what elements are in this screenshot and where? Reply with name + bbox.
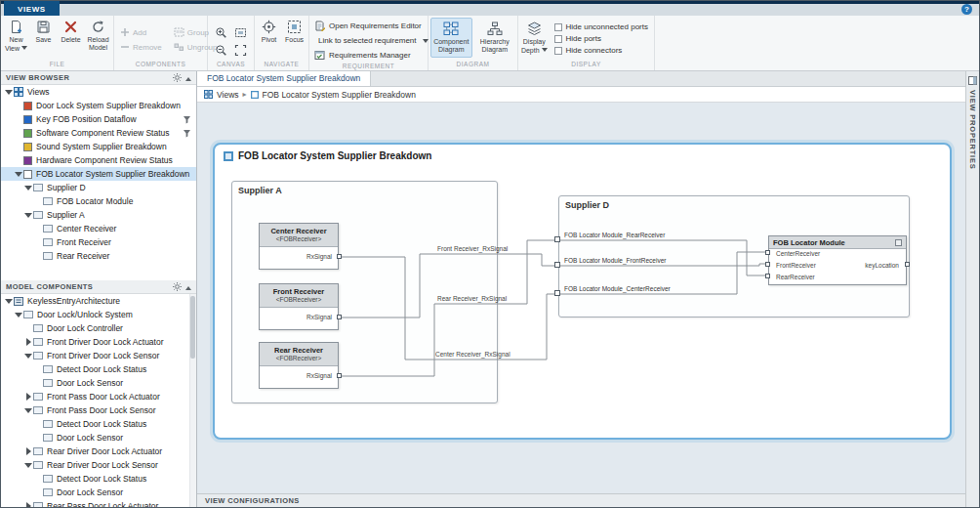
tree-item-rear-receiver[interactable]: Rear Receiver [1,249,196,263]
scrollbar[interactable] [189,294,196,507]
window-top-strip [1,1,979,4]
tree-item-component[interactable]: Detect Door Lock Status [1,472,196,486]
twisty-icon[interactable] [4,295,14,308]
model-components-header: MODEL COMPONENTS [1,280,196,294]
gear-icon[interactable] [173,282,182,291]
tree-item-views-root[interactable]: Views [1,85,196,99]
tree-item-architecture-root[interactable]: KeylessEntryArchitecture [1,294,196,308]
fit-to-view-button[interactable] [231,43,249,58]
tree-item-component[interactable]: Door Lock/Unlock System [1,308,196,321]
input-port[interactable] [765,274,770,278]
view-configurations-bar[interactable]: VIEW CONFIGURATIONS [197,493,965,507]
tree-item-component[interactable]: Detect Door Lock Status [1,362,196,376]
twisty-icon[interactable] [23,350,33,362]
diagram-canvas[interactable]: FOB Locator System Supplier Breakdown Su… [197,103,965,493]
view-properties-strip[interactable]: VIEW PROPERTIES [965,71,979,507]
twisty-icon[interactable] [23,502,33,507]
tree-item-component[interactable]: Door Lock Sensor [1,486,196,499]
hide-ports-checkbox[interactable] [554,35,562,43]
twisty-icon[interactable] [14,168,23,181]
add-component-button[interactable]: Add [120,27,162,37]
tree-item-view[interactable]: Software Component Review Status [1,126,196,140]
view-color-icon [23,143,32,151]
twisty-icon[interactable] [23,209,33,222]
input-port[interactable] [765,250,770,255]
tree-item-supplier-a[interactable]: Supplier A [1,208,196,222]
tree-item-component[interactable]: Front Pass Door Lock Sensor [1,403,196,417]
hierarchy-diagram-button[interactable]: Hierarchy Diagram [474,18,515,58]
hide-connectors-checkbox[interactable] [554,47,562,55]
twisty-icon[interactable] [14,309,23,321]
twisty-icon[interactable] [23,338,33,346]
link-to-selected-requirement-button[interactable]: Link to selected requirement [311,33,426,47]
tree-item-component[interactable]: Rear Driver Door Lock Actuator [1,444,196,458]
focus-button[interactable]: Focus [282,16,306,60]
zoom-in-button[interactable] [212,25,229,40]
tree-item-component[interactable]: Front Driver Door Lock Sensor [1,349,196,362]
open-requirements-editor-button[interactable]: Open Requirements Editor [311,19,426,32]
tree-item-view[interactable]: Key FOB Position Dataflow [1,112,196,126]
collapse-panel-icon[interactable] [185,74,191,81]
rear-receiver-component[interactable]: Rear Receiver <FOBReceiver> RxSignal [259,342,339,389]
tree-item-view[interactable]: Door Lock System Supplier Breakdown [1,99,196,112]
output-port[interactable] [905,262,910,267]
twisty-icon[interactable] [23,404,33,417]
front-receiver-component[interactable]: Front Receiver <FOBReceiver> RxSignal [259,283,339,330]
tree-item-component[interactable]: Rear Pass Door Lock Actuator [1,499,196,507]
tree-item-component[interactable]: Door Lock Sensor [1,431,196,444]
tree-item-view-selected[interactable]: FOB Locator System Supplier Breakdown [1,167,196,181]
tree-item-front-receiver[interactable]: Front Receiver [1,235,196,249]
new-view-button[interactable]: New View [3,16,29,60]
save-button[interactable]: Save [30,16,57,60]
edge-port[interactable] [554,236,560,242]
twisty-icon[interactable] [23,182,33,194]
delete-button[interactable]: Delete [58,16,84,60]
twisty-icon[interactable] [4,86,14,99]
view-container[interactable]: FOB Locator System Supplier Breakdown Su… [213,143,952,440]
filter-icon[interactable] [183,129,191,138]
requirements-manager-button[interactable]: Requirements Manager [311,48,426,62]
zoom-fit-selection-button[interactable] [231,25,249,40]
output-port[interactable] [337,315,342,319]
collapse-panel-icon[interactable] [185,283,191,290]
tree-item-supplier-d[interactable]: Supplier D [1,181,196,194]
edge-port[interactable] [554,290,560,296]
requirements-manager-icon [314,50,325,61]
remove-component-button[interactable]: Remove [120,42,162,52]
tree-item-view[interactable]: Sound System Supplier Breakdown [1,140,196,153]
fob-locator-module-component[interactable]: FOB Locator Module CenterReceiver FrontR… [768,235,907,285]
breadcrumb-root[interactable]: Views [217,90,239,100]
tree-item-center-receiver[interactable]: Center Receiver [1,222,196,235]
output-port[interactable] [337,373,342,378]
scrollbar-thumb[interactable] [190,296,195,359]
tree-item-view[interactable]: Hardware Component Review Status [1,153,196,167]
gear-icon[interactable] [173,73,182,82]
document-tab[interactable]: FOB Locator System Supplier Breakdown [197,71,371,86]
twisty-icon[interactable] [23,459,33,472]
tree-item-component[interactable]: Door Lock Controller [1,321,196,335]
output-port[interactable] [337,254,342,259]
twisty-icon[interactable] [23,447,33,455]
tree-item-component[interactable]: Rear Driver Door Lock Sensor [1,458,196,472]
toolstrip-tab-views[interactable]: VIEWS [4,1,60,16]
filter-icon[interactable] [183,115,191,124]
reload-model-button[interactable]: Reload Model [85,16,111,60]
breadcrumb-separator-icon: ▸ [243,90,247,99]
zoom-out-button[interactable] [212,43,229,58]
input-port[interactable] [765,262,770,267]
center-receiver-component[interactable]: Center Receiver <FOBReceiver> RxSignal [259,223,339,270]
twisty-icon[interactable] [23,393,33,401]
display-depth-button[interactable]: Display Depth [520,18,549,58]
edge-port[interactable] [554,262,560,268]
breadcrumb-current[interactable]: FOB Locator System Supplier Breakdown [263,90,416,100]
tree-item-component[interactable]: Front Driver Door Lock Actuator [1,335,196,349]
component-diagram-button[interactable]: Component Diagram [430,18,472,58]
help-button[interactable]: ? [961,4,972,15]
tree-item-component[interactable]: Door Lock Sensor [1,376,196,390]
tree-item-fob-locator-module[interactable]: FOB Locator Module [1,194,196,208]
tree-item-component[interactable]: Front Pass Door Lock Actuator [1,390,196,403]
save-icon [36,20,51,34]
hide-unconnected-ports-checkbox[interactable] [554,23,562,31]
pivot-button[interactable]: Pivot [257,16,281,60]
tree-item-component[interactable]: Detect Door Lock Status [1,417,196,431]
